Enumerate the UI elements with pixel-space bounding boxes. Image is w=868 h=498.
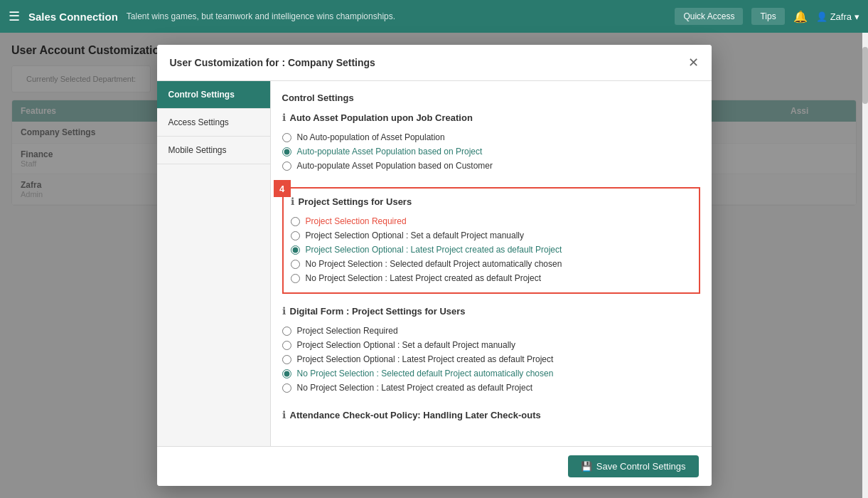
attendance-group: ℹ Attendance Check-out Policy: Handling … <box>282 409 700 420</box>
section-badge: 4 <box>274 180 291 197</box>
radio-no-auto-population[interactable]: No Auto-population of Asset Population <box>282 130 700 144</box>
digital-form-title: Digital Form : Project Settings for User… <box>290 306 466 317</box>
main-area: User Account Customization Currently Sel… <box>0 33 868 498</box>
radio-df-no-project-latest[interactable]: No Project Selection : Latest Project cr… <box>282 381 700 395</box>
chevron-down-icon: ▾ <box>854 11 859 22</box>
auto-asset-title: Auto Asset Population upon Job Creation <box>290 112 473 123</box>
modal-sidebar: Control Settings Access Settings Mobile … <box>157 81 271 446</box>
radio-project-required[interactable]: Project Selection Required <box>291 214 692 228</box>
project-settings-header: ℹ Project Settings for Users <box>291 196 692 207</box>
quick-access-button[interactable]: Quick Access <box>675 8 743 25</box>
modal-title: User Customization for : Company Setting… <box>170 57 375 68</box>
modal-footer: 💾 Save Control Settings <box>157 446 712 486</box>
tab-mobile-settings[interactable]: Mobile Settings <box>157 137 270 164</box>
radio-df-project-required[interactable]: Project Selection Required <box>282 324 700 338</box>
brand-name: Sales Connection <box>28 11 118 23</box>
project-settings-group: 4 ℹ Project Settings for Users Project S… <box>282 187 700 294</box>
modal-close-button[interactable]: ✕ <box>688 55 699 70</box>
project-settings-title: Project Settings for Users <box>299 196 412 207</box>
username: Zafra <box>830 11 852 22</box>
info-icon-3: ℹ <box>282 305 286 317</box>
modal-header: User Customization for : Company Setting… <box>157 45 712 81</box>
attendance-title: Attendance Check-out Policy: Handling La… <box>290 410 541 420</box>
attendance-header: ℹ Attendance Check-out Policy: Handling … <box>282 409 700 420</box>
bell-icon[interactable]: 🔔 <box>793 10 808 23</box>
info-icon-4: ℹ <box>282 409 286 420</box>
navbar: ☰ Sales Connection Talent wins games, bu… <box>0 0 868 33</box>
modal-overlay: User Customization for : Company Setting… <box>0 33 868 498</box>
digital-form-header: ℹ Digital Form : Project Settings for Us… <box>282 305 700 317</box>
radio-no-project-selected-default[interactable]: No Project Selection : Selected default … <box>291 257 692 271</box>
radio-project-optional-latest[interactable]: Project Selection Optional : Latest Proj… <box>291 243 692 257</box>
user-icon: 👤 <box>816 11 827 22</box>
modal-body: Control Settings Access Settings Mobile … <box>157 81 712 446</box>
radio-no-project-latest[interactable]: No Project Selection : Latest Project cr… <box>291 271 692 285</box>
content-section-title: Control Settings <box>282 92 700 103</box>
digital-form-group: ℹ Digital Form : Project Settings for Us… <box>282 305 700 395</box>
radio-auto-populate-customer[interactable]: Auto-populate Asset Population based on … <box>282 159 700 173</box>
tips-button[interactable]: Tips <box>751 8 784 25</box>
modal-content: Control Settings ℹ Auto Asset Population… <box>271 81 712 446</box>
auto-asset-group: ℹ Auto Asset Population upon Job Creatio… <box>282 112 700 173</box>
save-icon: 💾 <box>581 461 592 472</box>
info-icon-2: ℹ <box>291 196 294 207</box>
hamburger-icon[interactable]: ☰ <box>9 9 20 24</box>
save-label: Save Control Settings <box>596 461 686 472</box>
radio-df-project-optional-manual[interactable]: Project Selection Optional : Set a defau… <box>282 338 700 352</box>
modal: User Customization for : Company Setting… <box>157 45 712 486</box>
user-menu[interactable]: 👤 Zafra ▾ <box>816 11 859 22</box>
save-control-settings-button[interactable]: 💾 Save Control Settings <box>568 455 699 477</box>
tab-access-settings[interactable]: Access Settings <box>157 109 270 137</box>
radio-df-no-project-selected[interactable]: No Project Selection : Selected default … <box>282 366 700 381</box>
tab-control-settings[interactable]: Control Settings <box>157 81 270 109</box>
radio-df-project-optional-latest[interactable]: Project Selection Optional : Latest Proj… <box>282 352 700 366</box>
radio-auto-populate-project[interactable]: Auto-populate Asset Population based on … <box>282 144 700 159</box>
tagline: Talent wins games, but teamwork and inte… <box>127 11 667 21</box>
radio-project-optional-manual[interactable]: Project Selection Optional : Set a defau… <box>291 228 692 243</box>
auto-asset-header: ℹ Auto Asset Population upon Job Creatio… <box>282 112 700 123</box>
info-icon: ℹ <box>282 112 286 123</box>
